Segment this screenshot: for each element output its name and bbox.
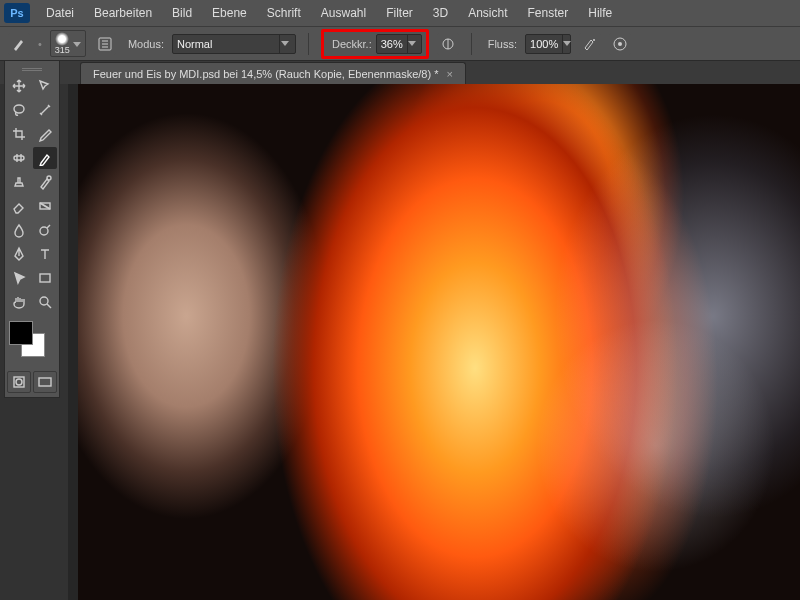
history-brush-tool[interactable] [33,171,57,193]
menu-schrift[interactable]: Schrift [257,6,311,20]
crop-tool[interactable] [7,123,31,145]
options-bar: • 315 Modus: Normal Deckkr.: 36% Fluss: … [0,26,800,60]
flow-label: Fluss: [488,38,517,50]
document-tab[interactable]: Feuer und Eis by MDI.psd bei 14,5% (Rauc… [80,62,466,84]
svg-point-4 [618,42,622,46]
shape-tool[interactable] [33,267,57,289]
mode-label: Modus: [128,38,164,50]
clone-stamp-tool[interactable] [7,171,31,193]
flow-value: 100% [530,38,558,50]
menu-auswahl[interactable]: Auswahl [311,6,376,20]
chevron-down-icon [407,35,417,53]
svg-point-11 [40,297,48,305]
menu-ansicht[interactable]: Ansicht [458,6,517,20]
pressure-size-icon[interactable] [609,33,631,55]
move-tool[interactable] [7,75,31,97]
app-logo: Ps [4,3,30,23]
blend-mode-select[interactable]: Normal [172,34,296,54]
menu-3d[interactable]: 3D [423,6,458,20]
opacity-label: Deckkr.: [332,38,372,50]
gradient-tool[interactable] [33,195,57,217]
pen-tool[interactable] [7,243,31,265]
close-icon[interactable]: × [446,68,452,80]
menu-fenster[interactable]: Fenster [518,6,579,20]
opacity-input[interactable]: 36% [376,34,422,54]
zoom-tool[interactable] [33,291,57,313]
separator [471,33,472,55]
menu-ebene[interactable]: Ebene [202,6,257,20]
document-tabstrip: Feuer und Eis by MDI.psd bei 14,5% (Rauc… [0,60,800,84]
path-select-tool[interactable] [7,267,31,289]
brush-panel-toggle-icon[interactable] [94,33,116,55]
brush-tool[interactable] [33,147,57,169]
blend-mode-value: Normal [177,38,212,50]
airbrush-icon[interactable] [579,33,601,55]
type-tool[interactable] [33,243,57,265]
screenmode-toggle[interactable] [33,371,57,393]
svg-point-13 [16,379,22,385]
menu-hilfe[interactable]: Hilfe [578,6,622,20]
dodge-tool[interactable] [33,219,57,241]
separator [308,33,309,55]
menu-bild[interactable]: Bild [162,6,202,20]
tool-preset-icon[interactable] [8,33,30,55]
svg-rect-10 [40,274,50,282]
svg-rect-14 [39,378,51,386]
menu-filter[interactable]: Filter [376,6,423,20]
lasso-tool[interactable] [7,99,31,121]
quickmask-toggle[interactable] [7,371,31,393]
document-canvas[interactable] [78,84,800,600]
document-tab-title: Feuer und Eis by MDI.psd bei 14,5% (Rauc… [93,68,438,80]
healing-brush-tool[interactable] [7,147,31,169]
color-swatches[interactable] [9,321,57,363]
pressure-opacity-icon[interactable] [437,33,459,55]
brush-preset-picker[interactable]: 315 [50,30,86,57]
brush-shape-icon [55,32,69,46]
panel-grip[interactable] [7,65,57,73]
opacity-value: 36% [381,38,403,50]
blur-tool[interactable] [7,219,31,241]
flow-input[interactable]: 100% [525,34,571,54]
opacity-highlight-annotation: Deckkr.: 36% [321,29,429,59]
svg-rect-6 [14,156,24,160]
workspace [68,84,800,600]
brush-size-value: 315 [55,46,70,55]
hand-tool[interactable] [7,291,31,313]
svg-point-7 [47,176,51,180]
chevron-down-icon [562,35,571,53]
menubar: Ps Datei Bearbeiten Bild Ebene Schrift A… [0,0,800,26]
tools-panel [4,60,60,398]
artboard-tool[interactable] [33,75,57,97]
eraser-tool[interactable] [7,195,31,217]
eyedropper-tool[interactable] [33,123,57,145]
chevron-down-icon [279,35,291,53]
svg-point-2 [593,39,595,41]
magic-wand-tool[interactable] [33,99,57,121]
foreground-color-swatch[interactable] [9,321,33,345]
menu-bearbeiten[interactable]: Bearbeiten [84,6,162,20]
svg-point-9 [40,227,48,235]
menu-datei[interactable]: Datei [36,6,84,20]
